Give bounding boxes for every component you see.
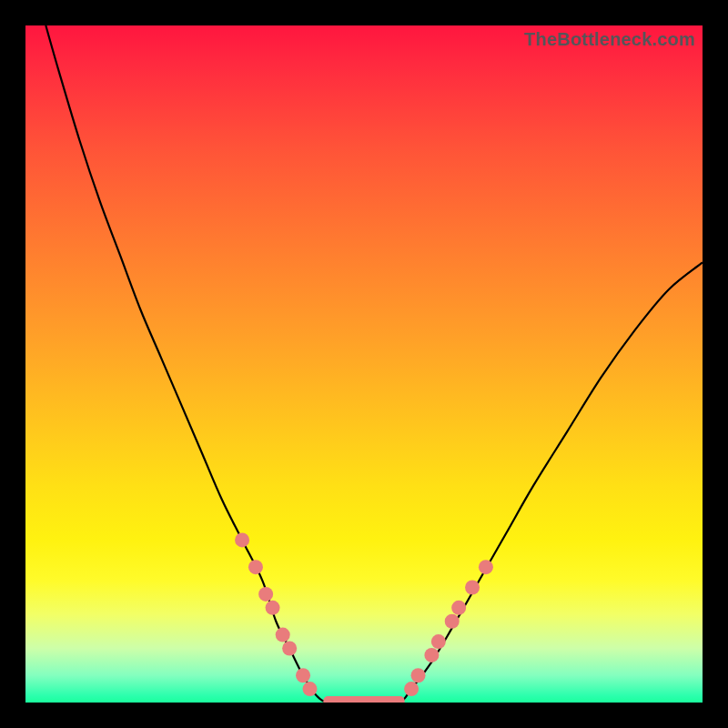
curve-marker — [424, 648, 439, 662]
curve-marker — [258, 587, 273, 602]
curve-marker — [235, 532, 249, 547]
bottleneck-curve — [46, 25, 703, 703]
curve-marker — [296, 668, 310, 682]
curve-marker — [451, 601, 466, 615]
curve-marker — [248, 560, 263, 574]
curve-marker — [465, 581, 480, 595]
curve-marker — [266, 601, 280, 615]
curve-marker — [276, 628, 290, 642]
left-arm-markers — [235, 532, 317, 696]
curve-marker — [282, 641, 297, 655]
curve-marker — [302, 682, 317, 696]
curve-marker — [404, 682, 419, 696]
curve-marker — [411, 668, 426, 682]
curve-svg — [25, 25, 703, 703]
curve-marker — [479, 560, 493, 574]
chart-frame: TheBottleneck.com — [0, 0, 728, 728]
curve-marker — [431, 634, 446, 649]
plot-area: TheBottleneck.com — [25, 25, 703, 703]
flat-segment-marker — [323, 696, 404, 703]
curve-marker — [445, 614, 460, 629]
